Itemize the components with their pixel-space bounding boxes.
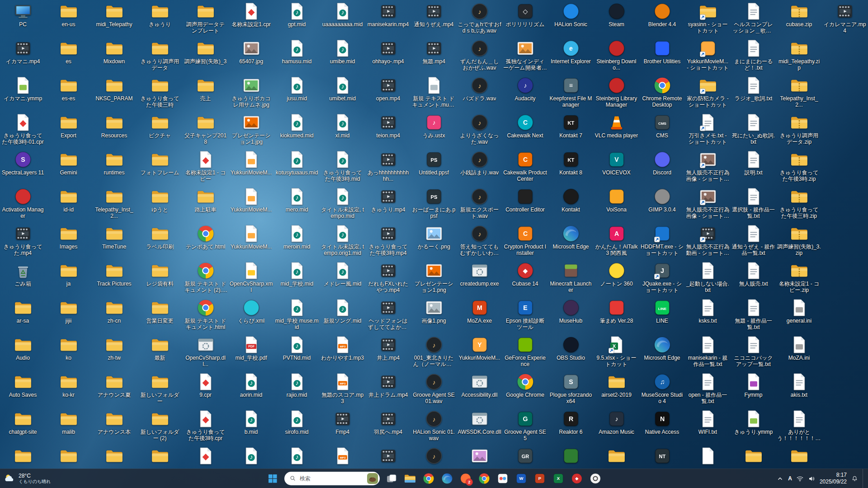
desktop-icon[interactable]: ♪タイトル未設定, tempo.mid <box>320 187 365 223</box>
desktop-icon[interactable]: ♪きゅうり食ってた午後3時.mid <box>320 150 365 186</box>
desktop-icon[interactable]: イカマニ.ymmp <box>0 76 46 112</box>
desktop-icon[interactable]: レジ袋有料 <box>137 261 183 297</box>
desktop-icon[interactable]: 新規 テキスト ドキュメント.musicxml <box>411 76 457 112</box>
desktop-icon[interactable]: プレゼンテーション1.jpg <box>228 113 274 149</box>
taskbar-app-excel[interactable]: X <box>550 470 566 487</box>
desktop-icon[interactable]: zh-cn <box>91 298 137 334</box>
desktop-icon[interactable]: 新しいフォルダー <box>137 372 183 408</box>
desktop-icon[interactable]: ♪タイトル未設定, tempo.orig1.mid <box>320 224 365 260</box>
desktop-icon[interactable]: 調声練習(失敗)_3 <box>183 39 228 75</box>
desktop-icon[interactable]: MMoZA.exe <box>457 298 502 334</box>
desktop-icon[interactable]: 名称未設定1 - コピー.zip <box>776 261 822 297</box>
desktop-icon[interactable]: ♪Audacity <box>502 76 548 112</box>
desktop-icon[interactable]: アナウンス本 <box>91 409 137 446</box>
desktop-icon[interactable]: ♪aorin.mid <box>228 372 274 408</box>
desktop-icon[interactable]: PDFmid_学校.pdf <box>228 335 274 371</box>
ime-indicator[interactable]: A <box>788 475 792 482</box>
desktop-icon[interactable]: 無題.mp4 <box>411 39 457 75</box>
desktop-icon[interactable]: PSUntitled.ppsf <box>411 150 457 186</box>
desktop-icon[interactable]: es <box>46 39 91 75</box>
desktop-icon[interactable]: アナウンス夏 <box>91 372 137 408</box>
desktop-icon[interactable]: chatgpt-site <box>0 409 46 446</box>
desktop-icon[interactable]: 路上駐車 <box>183 187 228 223</box>
search-highlight-image[interactable] <box>367 473 378 484</box>
desktop-icon[interactable]: Discord <box>639 150 685 186</box>
desktop-icon[interactable]: id-id <box>46 187 91 223</box>
desktop-icon[interactable]: ♪sirofo.mid <box>274 409 320 446</box>
desktop-icon[interactable]: 無人販売不正行為画像 - ショートカッ... <box>685 150 731 186</box>
desktop-icon[interactable]: AWSSDK.Core.dll <box>457 409 502 446</box>
desktop-icon[interactable]: cubase.zip <box>776 2 822 38</box>
desktop-icon[interactable]: きゅうり.mp4 <box>365 187 411 223</box>
desktop-icon[interactable]: きゅうり調声用データ <box>137 39 183 75</box>
desktop-icon[interactable]: ゆうと <box>137 187 183 223</box>
desktop-icon[interactable]: 万引きメモ.txt - ショートカット <box>685 113 731 149</box>
desktop-icon[interactable]: HDDFMT.exe - ショートカット <box>639 224 685 260</box>
desktop-icon[interactable]: ksks.txt <box>685 298 731 334</box>
desktop-icon[interactable]: ♪jusu.mid <box>274 76 320 112</box>
desktop-icon[interactable]: MP3無題のスコア.mp3 <box>320 372 365 408</box>
taskbar-search[interactable]: 検索 <box>284 472 380 485</box>
desktop-icon[interactable]: イカレマニア.mp4 <box>822 2 868 38</box>
desktop-icon[interactable]: 調声用データテンプレート <box>183 2 228 38</box>
desktop-icon[interactable]: GGroove Agent SE 5 <box>502 409 548 446</box>
desktop-icon[interactable]: 孤独なインディーゲーム開発者の一生... <box>502 39 548 75</box>
desktop-icon[interactable]: GeForce Experience <box>502 335 548 371</box>
desktop-icon[interactable]: VLC media player <box>594 113 639 149</box>
desktop-icon[interactable]: ♪Groove Agent SE 01.wav <box>411 372 457 408</box>
desktop-icon[interactable]: きゅうり食ってた午後3時.cpr <box>183 409 228 446</box>
wifi-icon[interactable] <box>796 475 804 483</box>
desktop-icon[interactable]: RReaktor 6 <box>548 409 594 446</box>
desktop-icon[interactable]: OpenCvSharp.xml <box>228 261 274 297</box>
desktop-icon[interactable]: 通知うぜえ.mp4 <box>411 2 457 38</box>
desktop-icon[interactable]: Controller Editor <box>502 187 548 223</box>
taskbar-app-firefox[interactable]: 2 <box>458 470 474 487</box>
desktop-icon[interactable]: ♪mid_学校.mid <box>274 261 320 297</box>
desktop-icon[interactable]: 無題 - 親作品一覧.txt <box>731 298 776 334</box>
desktop-icon[interactable]: ♪b.mid <box>228 409 274 446</box>
desktop-icon[interactable]: Mixdown <box>91 39 137 75</box>
desktop-icon[interactable]: OBS Studio <box>548 335 594 371</box>
show-desktop-button[interactable] <box>863 469 865 488</box>
desktop-icon[interactable]: NNative Access <box>639 409 685 446</box>
desktop-icon[interactable]: Activation Manager <box>0 187 46 223</box>
desktop-icon[interactable]: HALion Sonic <box>548 2 594 38</box>
desktop-icon[interactable]: CCakewalk Product Center <box>502 150 548 186</box>
desktop-icon[interactable]: Fymmp <box>731 372 776 408</box>
desktop-icon[interactable]: だれもFXいれたやつ.mp4 <box>365 261 411 297</box>
desktop-icon[interactable]: 無人販売不正行為画像 - ショートカット <box>685 187 731 223</box>
desktop-icon[interactable]: ♪gpt.mid <box>274 2 320 38</box>
desktop-icon[interactable]: ♪答え知っててもむずかしいわこれ.wav <box>457 224 502 260</box>
desktop-icon[interactable]: イカマニ.mp4 <box>0 39 46 75</box>
desktop-icon[interactable]: ≡Keepforest File Manager <box>548 76 594 112</box>
taskbar-app-microsoft-edge[interactable] <box>439 470 455 487</box>
desktop-icon[interactable]: eInternet Explorer <box>548 39 594 75</box>
desktop-icon[interactable]: OpenCvSharp.dll... <box>183 335 228 371</box>
start-button[interactable] <box>264 470 281 487</box>
desktop-icon[interactable]: ♪メドレー風.mid <box>320 261 365 297</box>
desktop-icon[interactable]: ♪kiokumed.mid <box>274 113 320 149</box>
desktop-icon[interactable]: ラジオ_歌詞.txt <box>731 76 776 112</box>
taskbar-app-chrome-profile-2[interactable] <box>476 470 492 487</box>
desktop-icon[interactable]: ♪小銭詰まり.wav <box>457 150 502 186</box>
desktop-icon[interactable]: YukkuriMovieM... - ショートカット <box>685 39 731 75</box>
desktop-icon[interactable]: 65407.jpg <box>228 39 274 75</box>
desktop-icon[interactable]: Audio <box>0 335 46 371</box>
desktop-icon[interactable]: Auto Saves <box>0 372 46 408</box>
taskbar-app-task-view[interactable] <box>383 470 400 487</box>
desktop-icon[interactable]: Kontakt <box>548 187 594 223</box>
desktop-icon[interactable]: runtimes <box>91 150 137 186</box>
desktop-icon[interactable]: 画像1.png <box>411 298 457 334</box>
desktop-icon[interactable]: ♪hamusu.mid <box>274 39 320 75</box>
notification-bell-icon[interactable] <box>851 475 859 483</box>
desktop-icon[interactable]: 9.cpr <box>183 372 228 408</box>
desktop-icon[interactable]: ja <box>46 261 91 297</box>
desktop-icon[interactable]: EEpson 接続診断ツール <box>502 298 548 334</box>
desktop-icon[interactable]: Brother Utilities <box>639 39 685 75</box>
desktop-icon[interactable]: ♪rajio.mid <box>274 372 320 408</box>
desktop-icon[interactable]: ♪mid_学校 muse.mid <box>274 298 320 334</box>
desktop-icon[interactable]: _起動しない場合.txt <box>685 261 731 297</box>
desktop-icon[interactable]: プレゼンテーション1.png <box>411 261 457 297</box>
desktop-icon[interactable]: 最新 <box>137 335 183 371</box>
desktop-icon[interactable]: きゅうりボカコレ用サムネ.jpg <box>228 76 274 112</box>
